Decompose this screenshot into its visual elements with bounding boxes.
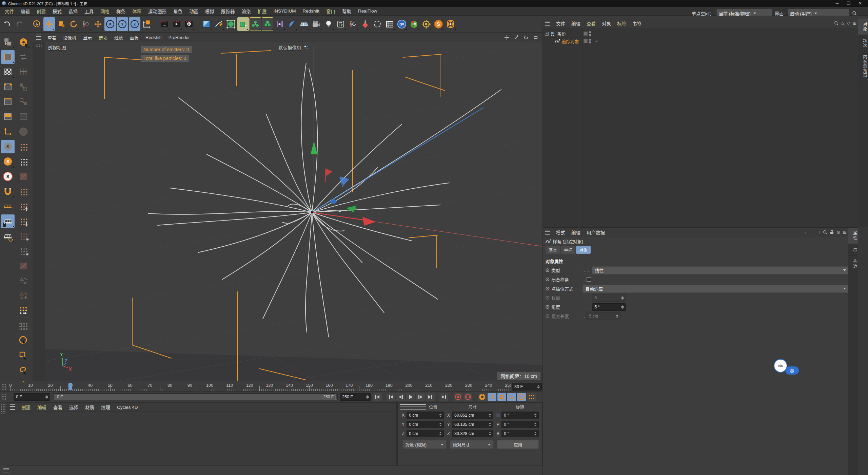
make-editable-button[interactable] bbox=[1, 35, 15, 49]
toggle-view-icon[interactable] bbox=[532, 34, 539, 40]
psr-transfer-button[interactable]: PSR bbox=[347, 17, 359, 31]
vp-menu-prorender[interactable]: ProRender bbox=[165, 35, 193, 40]
key-scale-toggle[interactable] bbox=[497, 393, 506, 401]
axis-mode-button[interactable] bbox=[1, 125, 15, 138]
home-icon[interactable]: ⌂ bbox=[841, 21, 844, 26]
vp-menu-panel[interactable]: 面板 bbox=[126, 34, 142, 41]
maximize-button[interactable]: ❐ bbox=[843, 1, 854, 6]
tree-row-tracer[interactable]: 追踪对象 ✓ bbox=[543, 37, 858, 45]
tab-construction[interactable]: 构造 bbox=[848, 256, 858, 272]
polygons-mode-button[interactable] bbox=[1, 110, 15, 124]
key-pla-toggle[interactable] bbox=[527, 393, 536, 401]
tab-attributes[interactable]: 属性 bbox=[848, 228, 858, 244]
menu-mesh[interactable]: 网格 bbox=[97, 8, 113, 15]
show-points-button[interactable]: ◉ bbox=[17, 244, 30, 258]
texture-disabled-button[interactable] bbox=[17, 170, 30, 183]
s-plugin-button[interactable]: S bbox=[433, 17, 444, 31]
move-global-tool[interactable] bbox=[92, 17, 104, 31]
keying-settings-button[interactable] bbox=[478, 393, 487, 401]
range-end-handle[interactable] bbox=[335, 394, 337, 400]
material-list-area[interactable] bbox=[7, 412, 396, 463]
om-menu-file[interactable]: 文件 bbox=[553, 20, 568, 27]
preview-range-bar[interactable]: 0 F 250 F bbox=[54, 394, 337, 400]
menu-edit[interactable]: 编辑 bbox=[17, 8, 33, 15]
menu-tools[interactable]: 工具 bbox=[81, 8, 97, 15]
prev-key-button[interactable] bbox=[387, 393, 395, 401]
closed-spline-checkbox[interactable] bbox=[587, 277, 591, 282]
edges-mode-button[interactable] bbox=[1, 95, 15, 109]
material-drag-handle[interactable] bbox=[1, 404, 5, 414]
subdivision-surface-button[interactable] bbox=[225, 17, 237, 31]
point-set-a-button[interactable] bbox=[17, 185, 30, 198]
menu-window[interactable]: 窗口 bbox=[323, 8, 339, 15]
spinner-arrows-icon[interactable] bbox=[44, 395, 50, 399]
mat-menu-view[interactable]: 查看 bbox=[50, 404, 66, 411]
points-mode-button[interactable] bbox=[1, 80, 15, 94]
om-menu-tags[interactable]: 标签 bbox=[614, 20, 629, 27]
autokey-button[interactable] bbox=[463, 393, 472, 401]
align-workplane-button[interactable] bbox=[1, 229, 15, 243]
timeline-ruler[interactable]: 0102030405060708090100110120130140150160… bbox=[0, 382, 542, 392]
menu-file[interactable]: 文件 bbox=[1, 8, 17, 15]
spline-deform-button[interactable] bbox=[286, 17, 298, 31]
hide-points-button[interactable]: ◉̶ bbox=[17, 229, 30, 243]
point-set-c-button[interactable] bbox=[17, 214, 30, 228]
pos-z-field[interactable]: 0 cm bbox=[407, 430, 444, 437]
menu-animate[interactable]: 动画 bbox=[186, 8, 202, 15]
camera-button[interactable] bbox=[311, 17, 322, 31]
back-icon[interactable]: ← bbox=[804, 230, 808, 235]
coordinate-system-toggle[interactable] bbox=[141, 17, 153, 31]
apply-button[interactable]: 应用 bbox=[497, 440, 539, 449]
mat-menu-cycles[interactable]: Cycles 4D bbox=[114, 405, 141, 410]
visibility-dots-icon[interactable] bbox=[589, 39, 591, 43]
key-rotation-toggle[interactable] bbox=[507, 393, 516, 401]
render-view-button[interactable] bbox=[159, 17, 170, 31]
minimize-button[interactable]: ─ bbox=[831, 1, 843, 6]
mat-menu-edit[interactable]: 编辑 bbox=[34, 404, 50, 411]
menu-redshift[interactable]: Redshift bbox=[299, 8, 323, 14]
vp-menu-display[interactable]: 显示 bbox=[80, 34, 95, 41]
snap-modes-button[interactable]: S bbox=[1, 155, 15, 168]
cube-primitive-button[interactable] bbox=[201, 17, 212, 31]
menu-select[interactable]: 选择 bbox=[65, 8, 81, 15]
camera-name-label[interactable]: 默认摄像机 bbox=[278, 44, 309, 51]
menu-render[interactable]: 渲染 bbox=[238, 8, 254, 15]
interpolation-select[interactable]: 自动适应 bbox=[583, 285, 849, 293]
object-manager-menu-icon[interactable] bbox=[545, 21, 550, 26]
x-particles-button[interactable] bbox=[445, 17, 456, 31]
angle-field[interactable]: 5 ° bbox=[592, 303, 626, 311]
coordinates-menu-icon[interactable] bbox=[400, 404, 426, 410]
triangle-swap-button[interactable] bbox=[17, 274, 30, 288]
texture-visibility-button[interactable] bbox=[17, 259, 30, 273]
mat-menu-create[interactable]: 创建 bbox=[18, 404, 34, 411]
up-icon[interactable]: ↑ bbox=[818, 230, 821, 235]
viewport-menu-icon[interactable] bbox=[36, 35, 41, 40]
qr-plugin-button[interactable]: QR bbox=[396, 17, 408, 31]
layer-swatch[interactable] bbox=[584, 39, 588, 43]
volume-builder-button[interactable] bbox=[237, 17, 249, 31]
menu-volume[interactable]: 体积 bbox=[129, 8, 145, 15]
expander-icon[interactable]: + bbox=[545, 32, 549, 36]
pos-x-field[interactable]: 0 cm bbox=[407, 412, 444, 419]
jb-plugin-button[interactable] bbox=[408, 17, 420, 31]
rot-p-field[interactable]: 0 ° bbox=[501, 421, 539, 428]
tab-content-browser[interactable]: 内容浏览器 bbox=[858, 51, 868, 81]
spline-pen-button[interactable] bbox=[213, 17, 224, 31]
floor-button[interactable] bbox=[298, 17, 310, 31]
tab-takes[interactable]: 场次 bbox=[858, 35, 868, 51]
model-mode-button[interactable] bbox=[1, 50, 15, 64]
live-selection-palette-button[interactable] bbox=[17, 334, 30, 347]
size-y-field[interactable]: 63.135 cm bbox=[452, 421, 493, 428]
move-tool[interactable] bbox=[43, 17, 55, 31]
search-icon[interactable] bbox=[823, 230, 827, 234]
cube-ref-button[interactable] bbox=[17, 110, 30, 124]
menu-insydium[interactable]: INSYDIUM bbox=[270, 8, 299, 14]
anim-toggle-icon[interactable] bbox=[546, 268, 549, 272]
y-axis-lock-toggle[interactable]: Y bbox=[117, 17, 128, 31]
preview-range-track[interactable]: 0 F 250 F bbox=[53, 393, 338, 400]
current-frame-field[interactable]: 30 F bbox=[512, 383, 542, 391]
am-menu-userdata[interactable]: 用户数据 bbox=[584, 229, 608, 236]
psr-last-tool[interactable]: PSR bbox=[80, 17, 92, 31]
rotate-view-icon[interactable] bbox=[522, 34, 530, 40]
uv-tool-a-button[interactable] bbox=[17, 80, 30, 94]
